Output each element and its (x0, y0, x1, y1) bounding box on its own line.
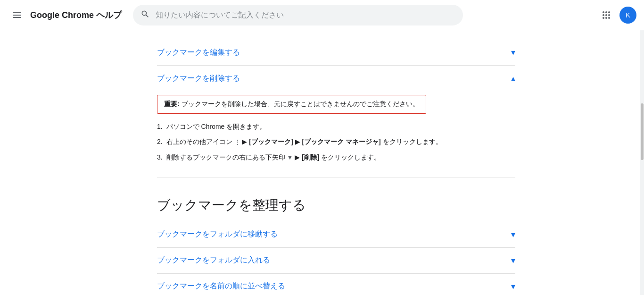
warning-box: 重要: ブックマークを削除した場合、元に戻すことはできませんのでご注意ください。 (157, 95, 426, 114)
menu-icon[interactable] (8, 6, 26, 25)
header: Google Chrome ヘルプ K (0, 0, 644, 30)
accordion-link-delete[interactable]: ブックマークを削除する (157, 74, 240, 84)
down-arrow-icon: ▼ (287, 154, 293, 161)
accordion-link-move[interactable]: ブックマークをフォルダに移動する (157, 229, 278, 239)
more-icon: ⋮ (234, 138, 240, 145)
step-2: 2. 右上のその他アイコン ⋮ ▶ [ブックマーク] ▶ [ブックマーク マネー… (157, 136, 504, 147)
accordion-content-delete: 重要: ブックマークを削除した場合、元に戻すことはできませんのでご注意ください。… (157, 91, 515, 177)
accordion-link-edit[interactable]: ブックマークを編集する (157, 48, 240, 58)
step-number-3: 3. (157, 152, 163, 162)
accordion-item-delete: ブックマークを削除する ▴ 重要: ブックマークを削除した場合、元に戻すことはで… (157, 66, 515, 177)
accordion-item-sort: ブックマークを名前の順に並べ替える ▾ (157, 274, 515, 295)
avatar[interactable]: K (619, 7, 636, 24)
accordion-header-sort[interactable]: ブックマークを名前の順に並べ替える ▾ (157, 274, 515, 295)
search-icon (140, 9, 150, 20)
header-right: K (597, 6, 636, 25)
google-apps-icon[interactable] (597, 6, 616, 25)
step-bold-delete: [削除] (302, 153, 319, 161)
step-bold-bookmark: [ブックマーク] (249, 138, 293, 145)
accordion-item-move: ブックマークをフォルダに移動する ▾ (157, 222, 515, 248)
steps-list: 1. パソコンで Chrome を開きます。 2. 右上のその他アイコン ⋮ ▶… (157, 121, 504, 163)
accordion-link-put[interactable]: ブックマークをフォルダに入れる (157, 255, 270, 265)
step-number-2: 2. (157, 136, 163, 147)
accordion-item-edit: ブックマークを編集する ▾ (157, 40, 515, 66)
accordion-header-move[interactable]: ブックマークをフォルダに移動する ▾ (157, 222, 515, 247)
step-text-1: パソコンで Chrome を開きます。 (166, 121, 504, 132)
app-title: Google Chrome ヘルプ (30, 9, 122, 21)
step-bold-manager: [ブックマーク マネージャ] (302, 138, 380, 145)
step-text-3: 削除するブックマークの右にある下矢印 ▼ ▶ [削除] をクリックします。 (166, 152, 504, 163)
scrollbar-thumb[interactable] (641, 103, 644, 160)
chevron-down-icon: ▾ (511, 47, 515, 58)
chevron-down-sort-icon: ▾ (511, 281, 515, 292)
search-input[interactable] (156, 11, 455, 19)
step-3: 3. 削除するブックマークの右にある下矢印 ▼ ▶ [削除] をクリックします。 (157, 152, 504, 163)
scrollbar-track[interactable] (640, 0, 644, 295)
accordion-item-put: ブックマークをフォルダに入れる ▾ (157, 248, 515, 274)
warning-label: 重要: (164, 100, 180, 108)
chevron-down-move-icon: ▾ (511, 229, 515, 240)
step-text-2: 右上のその他アイコン ⋮ ▶ [ブックマーク] ▶ [ブックマーク マネージャ]… (166, 136, 504, 147)
accordion-header-delete[interactable]: ブックマークを削除する ▴ (157, 66, 515, 91)
chevron-down-put-icon: ▾ (511, 255, 515, 266)
chevron-up-icon: ▴ (511, 73, 515, 84)
accordion-header-edit[interactable]: ブックマークを編集する ▾ (157, 40, 515, 65)
step-1: 1. パソコンで Chrome を開きます。 (157, 121, 504, 132)
accordion-link-sort[interactable]: ブックマークを名前の順に並べ替える (157, 281, 285, 291)
warning-text: ブックマークを削除した場合、元に戻すことはできませんのでご注意ください。 (180, 100, 419, 108)
search-bar[interactable] (133, 5, 463, 25)
main-content: ブックマークを編集する ▾ ブックマークを削除する ▴ 重要: ブックマークを削… (110, 30, 534, 295)
step-number-1: 1. (157, 121, 163, 132)
organize-section-title: ブックマークを整理する (157, 196, 515, 214)
accordion-header-put[interactable]: ブックマークをフォルダに入れる ▾ (157, 248, 515, 273)
